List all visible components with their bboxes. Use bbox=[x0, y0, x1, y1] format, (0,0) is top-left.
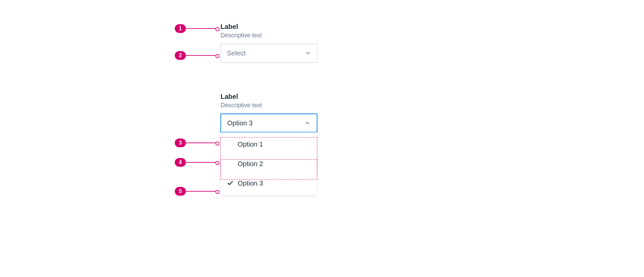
field-label: Label bbox=[220, 93, 317, 101]
annotation-4: 4 bbox=[175, 158, 218, 167]
annotation-2: 2 bbox=[175, 51, 218, 60]
annotation-leader bbox=[186, 28, 218, 29]
select-value: Option 3 bbox=[227, 119, 253, 127]
select-trigger-closed[interactable]: Select bbox=[220, 44, 317, 63]
select-option[interactable]: Option 2 bbox=[221, 154, 317, 173]
select-option[interactable]: Option 1 bbox=[221, 134, 317, 154]
option-label: Option 3 bbox=[238, 180, 263, 187]
chevron-up-icon bbox=[305, 120, 311, 126]
check-icon bbox=[227, 180, 234, 187]
diagram-canvas: Label Descriptive text Select 1 2 Label … bbox=[0, 0, 644, 277]
annotation-pill: 5 bbox=[175, 187, 186, 196]
select-listbox: Option 1 Option 2 Option 3 bbox=[220, 132, 317, 195]
annotation-leader bbox=[186, 143, 218, 143]
select-open-block: Label Descriptive text Option 3 Option 1… bbox=[220, 93, 317, 195]
field-description: Descriptive text bbox=[220, 32, 317, 39]
annotation-pill: 3 bbox=[175, 138, 186, 147]
annotation-1: 1 bbox=[175, 24, 218, 33]
annotation-pill: 2 bbox=[175, 51, 186, 60]
annotation-5: 5 bbox=[175, 187, 218, 196]
annotation-leader bbox=[186, 162, 218, 163]
annotation-pill: 4 bbox=[175, 158, 186, 167]
field-description: Descriptive text bbox=[220, 102, 317, 109]
option-label: Option 2 bbox=[238, 160, 263, 168]
annotation-leader bbox=[186, 55, 218, 56]
annotation-pill: 1 bbox=[175, 24, 186, 33]
select-closed-block: Label Descriptive text Select bbox=[220, 23, 317, 63]
annotation-leader bbox=[186, 191, 218, 192]
select-option-selected[interactable]: Option 3 bbox=[221, 173, 317, 193]
select-placeholder: Select bbox=[227, 49, 246, 57]
option-label: Option 1 bbox=[238, 141, 263, 148]
chevron-down-icon bbox=[305, 50, 311, 56]
select-trigger-open[interactable]: Option 3 bbox=[220, 114, 317, 132]
annotation-3: 3 bbox=[175, 138, 218, 147]
field-label: Label bbox=[220, 23, 317, 31]
